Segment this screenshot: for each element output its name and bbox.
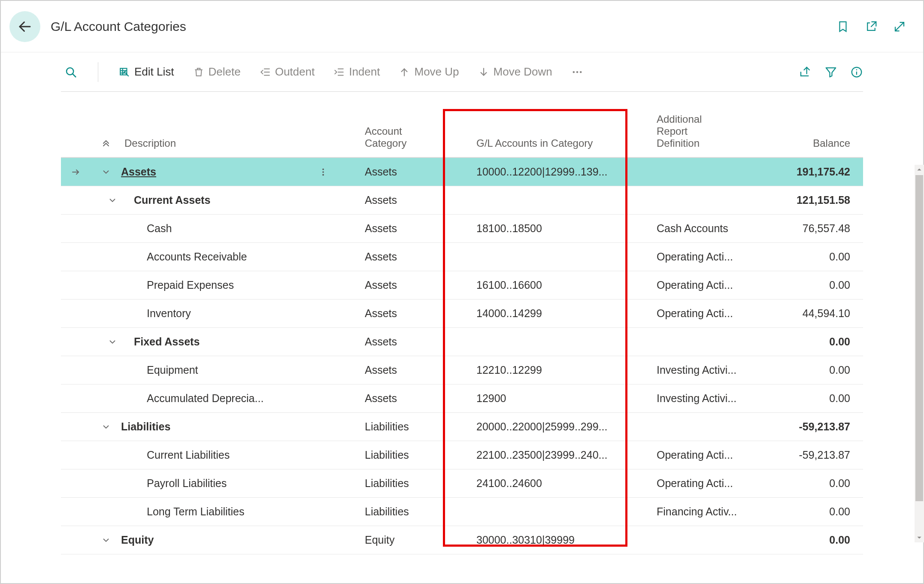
- cell-balance[interactable]: 44,594.10: [765, 307, 863, 320]
- cell-balance[interactable]: -59,213.87: [765, 421, 863, 433]
- cell-additional-def[interactable]: Investing Activi...: [653, 392, 765, 405]
- cell-description[interactable]: Long Term Liabilities: [121, 505, 361, 518]
- table-row[interactable]: Fixed AssetsAssets0.00: [61, 328, 863, 356]
- cell-additional-def[interactable]: Financing Activ...: [653, 505, 765, 518]
- table-row[interactable]: Accounts ReceivableAssetsOperating Acti.…: [61, 243, 863, 271]
- table-row[interactable]: CashAssets18100..18500Cash Accounts76,55…: [61, 215, 863, 243]
- cell-balance[interactable]: 121,151.58: [765, 194, 863, 206]
- cell-description[interactable]: Liabilities: [121, 421, 361, 433]
- cell-balance[interactable]: 0.00: [765, 279, 863, 291]
- cell-description[interactable]: Inventory: [121, 307, 361, 320]
- cell-account-category[interactable]: Equity: [361, 534, 473, 546]
- table-row[interactable]: InventoryAssets14000..14299Operating Act…: [61, 300, 863, 328]
- move-up-button[interactable]: Move Up: [395, 63, 462, 81]
- cell-description[interactable]: Equipment: [121, 364, 361, 376]
- header-balance[interactable]: Balance: [765, 137, 863, 149]
- vertical-scrollbar[interactable]: [915, 165, 924, 542]
- cell-description[interactable]: Prepaid Expenses: [121, 279, 361, 291]
- cell-gl-accounts[interactable]: 12900: [473, 392, 653, 405]
- cell-account-category[interactable]: Assets: [361, 279, 473, 291]
- cell-gl-accounts[interactable]: 14000..14299: [473, 307, 653, 320]
- edit-list-button[interactable]: Edit List: [115, 63, 178, 81]
- header-gl-accounts[interactable]: G/L Accounts in Category: [473, 137, 653, 149]
- table-row[interactable]: Accumulated Deprecia...Assets12900Invest…: [61, 384, 863, 413]
- header-additional-def[interactable]: Additional Report Definition: [653, 113, 765, 149]
- table-row[interactable]: AssetsAssets10000..12200|12999..139...19…: [61, 158, 863, 186]
- cell-balance[interactable]: 0.00: [765, 505, 863, 518]
- expand-button[interactable]: [893, 20, 906, 33]
- row-menu-button[interactable]: [318, 166, 328, 179]
- cell-description[interactable]: Equity: [121, 534, 361, 546]
- collapse-all-button[interactable]: [91, 137, 121, 149]
- cell-additional-def[interactable]: Operating Acti...: [653, 251, 765, 263]
- cell-account-category[interactable]: Liabilities: [361, 477, 473, 490]
- outdent-button[interactable]: Outdent: [256, 63, 318, 81]
- table-row[interactable]: Payroll LiabilitiesLiabilities24100..246…: [61, 469, 863, 498]
- filter-button[interactable]: [824, 66, 837, 79]
- scroll-up-button[interactable]: [915, 165, 924, 174]
- cell-gl-accounts[interactable]: 12210..12299: [473, 364, 653, 376]
- expand-toggle[interactable]: [91, 536, 121, 545]
- table-row[interactable]: Current AssetsAssets121,151.58: [61, 186, 863, 215]
- header-account-category[interactable]: Account Category: [361, 125, 473, 149]
- cell-balance[interactable]: 0.00: [765, 336, 863, 348]
- table-row[interactable]: Prepaid ExpensesAssets16100..16600Operat…: [61, 271, 863, 300]
- bookmark-button[interactable]: [836, 20, 849, 33]
- cell-balance[interactable]: 0.00: [765, 251, 863, 263]
- cell-gl-accounts[interactable]: 18100..18500: [473, 222, 653, 235]
- share-button[interactable]: [799, 66, 812, 79]
- cell-additional-def[interactable]: Operating Acti...: [653, 477, 765, 490]
- expand-toggle[interactable]: [91, 422, 121, 432]
- cell-additional-def[interactable]: Investing Activi...: [653, 364, 765, 376]
- cell-balance[interactable]: 191,175.42: [765, 166, 863, 178]
- expand-toggle[interactable]: [91, 167, 121, 177]
- cell-balance[interactable]: -59,213.87: [765, 449, 863, 461]
- cell-account-category[interactable]: Assets: [361, 251, 473, 263]
- move-down-button[interactable]: Move Down: [475, 63, 556, 81]
- cell-description[interactable]: Fixed Assets: [121, 336, 361, 348]
- cell-gl-accounts[interactable]: 24100..24600: [473, 477, 653, 490]
- indent-button[interactable]: Indent: [330, 63, 383, 81]
- header-description[interactable]: Description: [121, 137, 361, 149]
- delete-button[interactable]: Delete: [190, 63, 244, 81]
- cell-description[interactable]: Payroll Liabilities: [121, 477, 361, 490]
- cell-account-category[interactable]: Liabilities: [361, 449, 473, 461]
- cell-account-category[interactable]: Assets: [361, 392, 473, 405]
- info-button[interactable]: [850, 66, 863, 79]
- cell-description[interactable]: Cash: [121, 222, 361, 235]
- more-actions-button[interactable]: [568, 64, 587, 81]
- table-row[interactable]: Current LiabilitiesLiabilities22100..235…: [61, 441, 863, 469]
- cell-account-category[interactable]: Assets: [361, 336, 473, 348]
- cell-account-category[interactable]: Assets: [361, 222, 473, 235]
- cell-description[interactable]: Current Liabilities: [121, 449, 361, 461]
- cell-account-category[interactable]: Liabilities: [361, 505, 473, 518]
- cell-additional-def[interactable]: Cash Accounts: [653, 222, 765, 235]
- cell-account-category[interactable]: Assets: [361, 166, 473, 178]
- search-button[interactable]: [61, 63, 81, 81]
- cell-balance[interactable]: 0.00: [765, 392, 863, 405]
- cell-account-category[interactable]: Assets: [361, 364, 473, 376]
- expand-toggle[interactable]: [91, 337, 121, 347]
- cell-balance[interactable]: 0.00: [765, 534, 863, 546]
- scroll-down-button[interactable]: [915, 533, 924, 542]
- cell-gl-accounts[interactable]: 30000..30310|39999: [473, 534, 653, 546]
- cell-additional-def[interactable]: Operating Acti...: [653, 449, 765, 461]
- cell-description[interactable]: Accumulated Deprecia...: [121, 392, 361, 405]
- table-row[interactable]: EquityEquity30000..30310|399990.00: [61, 526, 863, 554]
- cell-gl-accounts[interactable]: 20000..22000|25999..299...: [473, 421, 653, 433]
- cell-account-category[interactable]: Liabilities: [361, 421, 473, 433]
- cell-balance[interactable]: 0.00: [765, 364, 863, 376]
- cell-description[interactable]: Current Assets: [121, 194, 361, 206]
- cell-gl-accounts[interactable]: 22100..23500|23999..240...: [473, 449, 653, 461]
- cell-account-category[interactable]: Assets: [361, 194, 473, 206]
- cell-account-category[interactable]: Assets: [361, 307, 473, 320]
- table-row[interactable]: LiabilitiesLiabilities20000..22000|25999…: [61, 413, 863, 441]
- cell-additional-def[interactable]: Operating Acti...: [653, 279, 765, 291]
- cell-description[interactable]: Accounts Receivable: [121, 251, 361, 263]
- expand-toggle[interactable]: [91, 196, 121, 205]
- cell-balance[interactable]: 76,557.48: [765, 222, 863, 235]
- cell-gl-accounts[interactable]: 10000..12200|12999..139...: [473, 166, 653, 178]
- cell-balance[interactable]: 0.00: [765, 477, 863, 490]
- table-row[interactable]: Long Term LiabilitiesLiabilitiesFinancin…: [61, 498, 863, 526]
- table-row[interactable]: EquipmentAssets12210..12299Investing Act…: [61, 356, 863, 384]
